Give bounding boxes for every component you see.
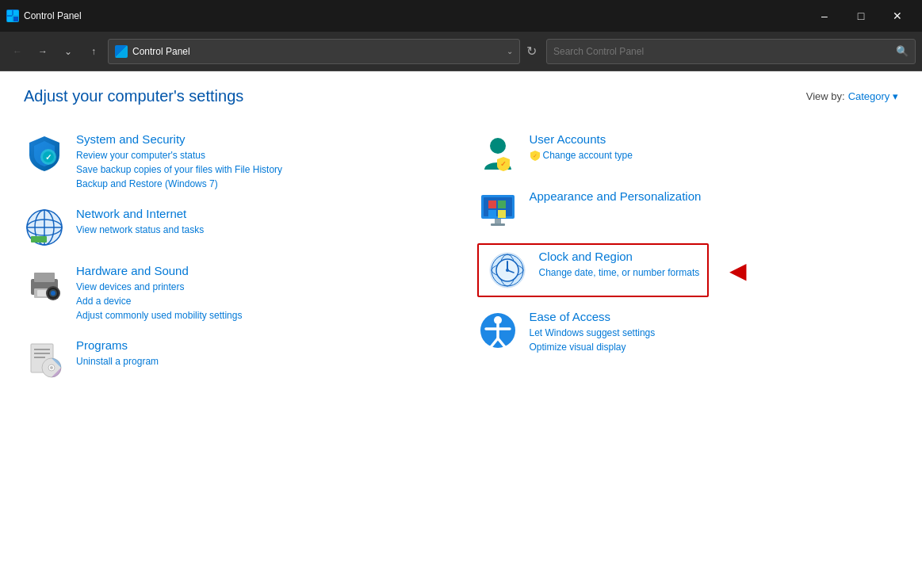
hardware-info: Hardware and Sound View devices and prin…: [76, 264, 446, 323]
hardware-link-1[interactable]: View devices and printers: [76, 280, 446, 294]
app-icon: [6, 10, 19, 22]
shield-badge-icon: ✓: [530, 150, 541, 161]
ease-of-access-link-2[interactable]: Optimize visual display: [530, 340, 899, 354]
refresh-button[interactable]: ↻: [526, 44, 537, 59]
hardware-link-3[interactable]: Adjust commonly used mobility settings: [76, 308, 446, 323]
clock-region-highlighted: Clock and Region Change date, time, or n…: [477, 243, 710, 297]
svg-rect-38: [495, 219, 501, 223]
title-bar: Control Panel – □ ✕: [0, 0, 922, 32]
svg-rect-37: [498, 210, 506, 218]
maximize-button[interactable]: □: [843, 0, 879, 32]
user-accounts-title[interactable]: User Accounts: [530, 132, 899, 146]
svg-rect-36: [488, 210, 496, 218]
svg-rect-0: [7, 10, 12, 15]
category-programs: Programs Uninstall a program: [24, 330, 446, 388]
svg-rect-25: [34, 357, 45, 358]
system-security-link-2[interactable]: Save backup copies of your files with Fi…: [76, 162, 446, 177]
address-dropdown-arrow[interactable]: ⌄: [507, 47, 513, 55]
programs-title[interactable]: Programs: [76, 338, 446, 352]
svg-point-29: [490, 138, 506, 154]
clock-region-link-1[interactable]: Change date, time, or number formats: [539, 265, 700, 280]
back-button[interactable]: ←: [6, 40, 29, 63]
ease-of-access-title[interactable]: Ease of Access: [530, 310, 899, 323]
system-security-title[interactable]: System and Security: [76, 132, 446, 146]
ease-of-access-info: Ease of Access Let Windows suggest setti…: [530, 310, 899, 354]
svg-point-28: [50, 366, 53, 369]
forward-button[interactable]: →: [32, 40, 54, 63]
programs-icon: [24, 338, 65, 380]
programs-info: Programs Uninstall a program: [76, 338, 446, 368]
search-input[interactable]: [553, 46, 891, 57]
system-security-link-1[interactable]: Review your computer's status: [76, 148, 446, 162]
hardware-icon: [24, 264, 65, 305]
main-content: Adjust your computer's settings View by:…: [0, 71, 922, 588]
svg-rect-35: [498, 200, 506, 208]
appearance-info: Appearance and Personalization: [530, 189, 899, 205]
categories-grid: ✓ System and Security Review your comput…: [24, 124, 898, 388]
hardware-title[interactable]: Hardware and Sound: [76, 264, 446, 277]
clock-region-title[interactable]: Clock and Region: [539, 250, 700, 263]
page-header: Adjust your computer's settings View by:…: [24, 87, 898, 105]
appearance-icon: [477, 189, 518, 231]
minimize-button[interactable]: –: [806, 0, 843, 32]
address-text: Control Panel: [132, 46, 502, 57]
category-network-internet: Network and Internet View network status…: [24, 199, 446, 256]
svg-rect-34: [488, 200, 496, 208]
red-arrow-indicator: ◀: [729, 258, 747, 284]
svg-rect-13: [31, 236, 47, 242]
svg-rect-23: [34, 349, 50, 350]
programs-link-1[interactable]: Uninstall a program: [76, 354, 446, 368]
svg-point-21: [51, 291, 55, 296]
svg-rect-1: [13, 10, 18, 15]
address-icon: [115, 45, 128, 58]
category-hardware-sound: Hardware and Sound View devices and prin…: [24, 256, 446, 330]
network-title[interactable]: Network and Internet: [76, 207, 446, 220]
user-accounts-link-1[interactable]: Change account type: [543, 148, 633, 162]
system-security-icon: ✓: [24, 132, 65, 174]
left-column: ✓ System and Security Review your comput…: [24, 124, 446, 388]
system-security-info: System and Security Review your computer…: [76, 132, 446, 191]
view-by-dropdown[interactable]: Category ▾: [848, 90, 898, 102]
category-ease-of-access: Ease of Access Let Windows suggest setti…: [477, 302, 899, 362]
category-user-accounts: ✓ User Accounts ✓ Change account type: [477, 124, 899, 181]
right-column: ✓ User Accounts ✓ Change account type: [477, 124, 899, 388]
svg-rect-15: [34, 273, 55, 282]
hardware-link-2[interactable]: Add a device: [76, 294, 446, 308]
address-bar-input[interactable]: Control Panel ⌄: [108, 39, 520, 64]
network-info: Network and Internet View network status…: [76, 207, 446, 237]
window-controls: – □ ✕: [806, 0, 916, 32]
view-by-label: View by:: [806, 90, 845, 102]
svg-text:✓: ✓: [500, 160, 507, 168]
clock-region-info: Clock and Region Change date, time, or n…: [539, 250, 700, 280]
ease-of-access-icon: [477, 310, 518, 351]
network-icon: [24, 207, 65, 248]
close-button[interactable]: ✕: [879, 0, 916, 32]
appearance-title[interactable]: Appearance and Personalization: [530, 189, 899, 203]
svg-text:✓: ✓: [533, 153, 538, 158]
system-security-link-3[interactable]: Backup and Restore (Windows 7): [76, 177, 446, 191]
dropdown-history-button[interactable]: ⌄: [57, 40, 79, 63]
view-by: View by: Category ▾: [806, 90, 898, 102]
ease-of-access-link-1[interactable]: Let Windows suggest settings: [530, 326, 899, 340]
svg-rect-24: [34, 353, 50, 354]
page-title: Adjust your computer's settings: [24, 87, 243, 105]
window-title: Control Panel: [24, 10, 806, 21]
category-appearance: Appearance and Personalization: [477, 181, 899, 239]
clock-region-icon: [487, 250, 528, 291]
category-clock-region: Clock and Region Change date, time, or n…: [477, 243, 899, 297]
user-accounts-info: User Accounts ✓ Change account type: [530, 132, 899, 162]
category-system-security: ✓ System and Security Review your comput…: [24, 124, 446, 199]
user-accounts-icon: ✓: [477, 132, 518, 174]
svg-text:✓: ✓: [45, 153, 52, 162]
svg-rect-2: [7, 17, 12, 21]
search-box[interactable]: 🔍: [546, 39, 916, 64]
address-bar: ← → ⌄ ↑ Control Panel ⌄ ↻ 🔍: [0, 32, 922, 71]
search-icon: 🔍: [896, 45, 909, 57]
svg-rect-3: [13, 17, 18, 21]
svg-rect-39: [491, 223, 505, 226]
network-link-1[interactable]: View network status and tasks: [76, 223, 446, 237]
up-button[interactable]: ↑: [82, 40, 105, 63]
